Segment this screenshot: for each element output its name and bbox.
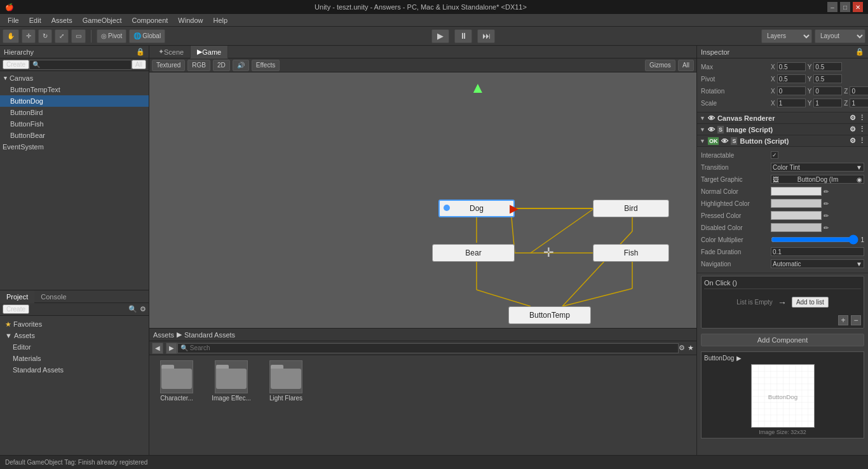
audio-button[interactable]: 🔊 (233, 60, 249, 71)
disabled-color-edit-icon[interactable]: ✏ (824, 224, 829, 231)
game-tab[interactable]: ▶ Game (191, 46, 228, 58)
scale-tool-button[interactable]: ⤢ (55, 29, 69, 43)
bear-node[interactable]: Bear (432, 244, 515, 262)
rect-tool-button[interactable]: ▭ (71, 29, 86, 43)
minimize-button[interactable]: – (827, 2, 837, 12)
add-component-button[interactable]: Add Component (701, 334, 864, 346)
global-button[interactable]: 🌐 Global (129, 29, 165, 43)
color-multiplier-slider[interactable] (771, 236, 858, 243)
pivot-x-input[interactable] (777, 74, 806, 83)
assets-search-input[interactable] (177, 343, 679, 353)
pressed-color-swatch[interactable] (771, 211, 822, 220)
asset-item-imageeffects[interactable]: Image Effec... (209, 360, 254, 402)
proj-standard-assets[interactable]: Standard Assets (3, 364, 146, 376)
tree-item-eventsystem[interactable]: EventSystem (0, 141, 149, 153)
canvas-renderer-toggle[interactable]: ▼ (700, 115, 705, 121)
hand-tool-button[interactable]: ✋ (3, 29, 19, 43)
fade-duration-input[interactable] (771, 247, 864, 256)
layout-dropdown[interactable]: Layout (815, 29, 865, 43)
tree-item-buttontemptext[interactable]: ButtonTempText (0, 84, 149, 95)
project-create-button[interactable]: Create (3, 304, 29, 314)
tree-item-buttonbird[interactable]: ButtonBird (0, 107, 149, 118)
menu-assets[interactable]: Assets (46, 15, 78, 25)
menu-component[interactable]: Component (126, 15, 173, 25)
max-x-input[interactable] (777, 62, 806, 71)
fish-node[interactable]: Fish (593, 244, 669, 262)
rot-y-input[interactable] (813, 86, 842, 95)
menu-file[interactable]: File (3, 15, 24, 25)
pressed-color-label: Pressed Color (701, 212, 771, 219)
tree-item-buttonbear[interactable]: ButtonBear (0, 130, 149, 141)
normal-color-edit-icon[interactable]: ✏ (824, 188, 829, 195)
bird-node[interactable]: Bird (593, 200, 669, 217)
rot-z-input[interactable] (850, 86, 868, 95)
navigation-dropdown[interactable]: Automatic ▼ (771, 259, 864, 268)
pivot-y-input[interactable] (813, 74, 842, 83)
rgb-button[interactable]: RGB (187, 60, 210, 71)
menu-help[interactable]: Help (208, 15, 233, 25)
asset-item-lightflares[interactable]: Light Flares (264, 360, 308, 402)
pause-button[interactable]: ⏸ (454, 29, 472, 43)
onclick-add-to-list-button[interactable]: Add to list (792, 297, 829, 308)
image-script-gear-icon[interactable]: ⚙ (850, 125, 856, 133)
hierarchy-all-button[interactable]: All (132, 60, 146, 69)
pressed-color-edit-icon[interactable]: ✏ (824, 212, 829, 219)
onclick-plus-button[interactable]: + (838, 315, 848, 325)
scene-viewport[interactable]: ▲ (149, 72, 696, 455)
dog-node[interactable]: Dog ▶ (438, 200, 515, 217)
textured-button[interactable]: Textured (152, 60, 185, 71)
pivot-button[interactable]: ◎ Pivot (97, 29, 126, 43)
hierarchy-create-button[interactable]: Create (3, 60, 29, 69)
step-button[interactable]: ⏭ (477, 29, 495, 43)
rot-x-input[interactable] (777, 86, 806, 95)
disabled-color-swatch[interactable] (771, 223, 822, 232)
highlighted-color-swatch[interactable] (771, 199, 822, 208)
rotate-tool-button[interactable]: ↻ (38, 29, 52, 43)
proj-assets[interactable]: ▼ Assets (3, 330, 146, 341)
assets-breadcrumb-assets[interactable]: Assets (153, 331, 174, 339)
proj-editor[interactable]: Editor (3, 341, 146, 353)
max-values: X Y (771, 62, 864, 71)
button-script-toggle[interactable]: ▼ (700, 138, 705, 144)
buttontemp-node[interactable]: ButtonTemp (508, 306, 591, 324)
menu-gameobject[interactable]: GameObject (78, 15, 127, 25)
assets-breadcrumb-standard[interactable]: Standard Assets (184, 331, 235, 339)
play-button[interactable]: ▶ (431, 29, 449, 43)
scale-z-input[interactable] (850, 99, 868, 107)
hierarchy-search-input[interactable] (29, 60, 132, 70)
highlighted-color-edit-icon[interactable]: ✏ (824, 200, 829, 207)
effects-button[interactable]: Effects (252, 60, 280, 71)
normal-color-swatch[interactable] (771, 187, 822, 196)
assets-forward-button[interactable]: ▶ (166, 343, 177, 354)
transition-dropdown[interactable]: Color Tint ▼ (771, 163, 864, 172)
menu-window[interactable]: Window (173, 15, 208, 25)
assets-back-button[interactable]: ◀ (152, 343, 163, 354)
scale-x-input[interactable] (777, 99, 806, 107)
button-script-gear-icon[interactable]: ⚙ (850, 137, 856, 145)
project-tab[interactable]: Project (0, 290, 34, 303)
scene-tab[interactable]: ✦ Scene (152, 46, 191, 58)
scene-all-button[interactable]: All (678, 60, 694, 71)
layers-dropdown[interactable]: Layers (761, 29, 812, 43)
menu-edit[interactable]: Edit (24, 15, 46, 25)
close-button[interactable]: ✕ (853, 2, 863, 12)
proj-materials[interactable]: Materials (3, 353, 146, 364)
onclick-minus-button[interactable]: − (851, 315, 861, 325)
mode-2d-button[interactable]: 2D (213, 60, 230, 71)
tree-item-buttondog[interactable]: ButtonDog (0, 95, 149, 107)
maximize-button[interactable]: □ (840, 2, 850, 12)
tree-item-canvas[interactable]: ▼ Canvas (0, 72, 149, 84)
tree-item-buttonfish[interactable]: ButtonFish (0, 118, 149, 130)
max-y-input[interactable] (813, 62, 842, 71)
scale-y-input[interactable] (813, 99, 842, 107)
game-tab-icon: ▶ (197, 48, 202, 56)
move-tool-button[interactable]: ✛ (22, 29, 36, 43)
target-graphic-dropdown[interactable]: 🖼 ButtonDog (Im ◉ (771, 175, 864, 184)
console-tab[interactable]: Console (34, 290, 72, 303)
image-script-toggle[interactable]: ▼ (700, 126, 705, 133)
canvas-renderer-gear-icon[interactable]: ⚙ (850, 114, 856, 122)
interactable-checkbox[interactable]: ✓ (771, 151, 778, 159)
gizmos-button[interactable]: Gizmos (645, 60, 675, 71)
asset-item-character[interactable]: Character... (154, 360, 199, 402)
proj-favorites[interactable]: ★ Favorites (3, 318, 146, 330)
